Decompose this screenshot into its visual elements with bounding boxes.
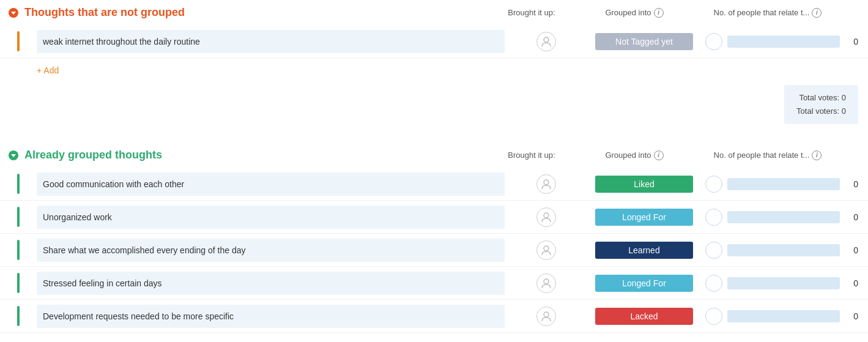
ungrouped-section: Thoughts that are not grouped Brought it… — [0, 0, 868, 130]
people-cell — [705, 176, 840, 193]
ungrouped-people-header: No. of people that relate t... i — [700, 8, 835, 18]
table-row: Development requests needed to be more s… — [0, 300, 868, 333]
row-left-bar — [17, 31, 20, 51]
svg-point-2 — [544, 37, 549, 42]
tag-badge[interactable]: Longed For — [595, 275, 693, 292]
count-cell: 0 — [840, 37, 858, 46]
avatar-icon — [536, 32, 556, 51]
table-row: Stressed feeling in certain days Longed … — [0, 267, 868, 300]
grouped-grouped-header: Grouped into i — [573, 151, 696, 160]
count-cell: 0 — [840, 278, 858, 288]
progress-bar — [727, 277, 840, 289]
grouped-brought-header: Brought it up: — [495, 151, 568, 160]
tag-badge[interactable]: Not Tagged yet — [595, 33, 693, 50]
left-bar-wrapper — [0, 29, 37, 54]
circle-button[interactable] — [705, 308, 722, 325]
count-cell: 0 — [840, 245, 858, 255]
people-cell — [705, 308, 840, 325]
grouped-cell: Longed For — [583, 209, 705, 226]
svg-point-9 — [544, 312, 549, 317]
table-row: Unorganized work Longed For 0 — [0, 201, 868, 234]
row-left-bar — [17, 306, 20, 326]
circle-button[interactable] — [705, 176, 722, 193]
progress-bar — [727, 310, 840, 322]
left-bar-wrapper — [0, 204, 37, 229]
avatar-icon — [536, 307, 556, 326]
progress-bar — [727, 178, 840, 190]
grouped-people-header: No. of people that relate t... i — [700, 151, 835, 160]
ungrouped-title: Thoughts that are not grouped — [24, 6, 185, 19]
brought-cell — [510, 240, 583, 260]
total-votes: Total votes: 0 — [796, 91, 846, 105]
grouped-cell: Not Tagged yet — [583, 33, 705, 50]
left-bar-wrapper — [0, 237, 37, 262]
brought-cell — [510, 32, 583, 51]
people-cell — [705, 275, 840, 292]
left-bar-wrapper — [0, 270, 37, 296]
row-left-bar — [17, 207, 20, 227]
thought-text: Share what we accomplished every ending … — [37, 239, 505, 262]
count-cell: 0 — [840, 212, 858, 222]
progress-bar — [727, 244, 840, 256]
table-row: weak internet throughout the daily routi… — [0, 25, 868, 58]
avatar-icon — [536, 174, 556, 194]
brought-cell — [510, 273, 583, 293]
grouped-grouped-info-icon[interactable]: i — [654, 151, 664, 160]
grouped-cell: Lacked — [583, 308, 705, 325]
count-cell: 0 — [840, 311, 858, 321]
table-row: Share what we accomplished every ending … — [0, 234, 868, 267]
grouped-section: Already grouped thoughts Brought it up: … — [0, 143, 868, 339]
circle-button[interactable] — [705, 209, 722, 226]
totals-box: Total votes: 0 Total voters: 0 — [784, 85, 858, 124]
brought-cell — [510, 174, 583, 194]
thought-text: Good communication with each other — [37, 173, 505, 196]
avatar-icon — [536, 240, 556, 260]
progress-bar — [727, 211, 840, 223]
people-cell — [705, 242, 840, 259]
add-row: + Add — [0, 58, 868, 83]
people-cell — [705, 209, 840, 226]
thought-text: weak internet throughout the daily routi… — [37, 30, 505, 53]
circle-button[interactable] — [705, 242, 722, 259]
totals-wrapper: Total votes: 0 Total voters: 0 — [0, 85, 868, 124]
thought-text: Development requests needed to be more s… — [37, 305, 505, 328]
left-bar-wrapper — [0, 171, 37, 196]
ungrouped-chevron-icon[interactable] — [7, 7, 20, 19]
progress-bar — [727, 35, 840, 48]
row-left-bar — [17, 273, 20, 293]
ungrouped-grouped-header: Grouped into i — [573, 8, 696, 18]
add-button[interactable]: + Add — [37, 63, 59, 78]
avatar-icon — [536, 273, 556, 293]
tag-badge[interactable]: Learned — [595, 242, 693, 259]
grouped-title: Already grouped thoughts — [24, 149, 162, 162]
grouped-header: Already grouped thoughts Brought it up: … — [0, 143, 868, 168]
thought-text: Stressed feeling in certain days — [37, 272, 505, 295]
circle-button[interactable] — [705, 33, 722, 50]
ungrouped-brought-header: Brought it up: — [495, 8, 568, 17]
row-left-bar — [17, 240, 20, 260]
tag-badge[interactable]: Liked — [595, 176, 693, 193]
grouped-chevron-icon[interactable] — [7, 149, 20, 162]
brought-cell — [510, 307, 583, 326]
svg-point-7 — [544, 246, 549, 251]
tag-badge[interactable]: Lacked — [595, 308, 693, 325]
ungrouped-grouped-info-icon[interactable]: i — [654, 8, 664, 18]
people-cell — [705, 33, 840, 50]
thought-text: Unorganized work — [37, 206, 505, 229]
left-bar-wrapper — [0, 303, 37, 329]
grouped-people-info-icon[interactable]: i — [812, 151, 822, 160]
brought-cell — [510, 207, 583, 227]
svg-point-5 — [544, 180, 549, 185]
ungrouped-header: Thoughts that are not grouped Brought it… — [0, 0, 868, 25]
circle-button[interactable] — [705, 275, 722, 292]
tag-badge[interactable]: Longed For — [595, 209, 693, 226]
svg-point-6 — [544, 213, 549, 218]
ungrouped-people-info-icon[interactable]: i — [812, 8, 822, 18]
count-cell: 0 — [840, 179, 858, 189]
total-voters: Total voters: 0 — [796, 105, 846, 118]
grouped-cell: Longed For — [583, 275, 705, 292]
row-left-bar — [17, 174, 20, 194]
avatar-icon — [536, 207, 556, 227]
grouped-cell: Learned — [583, 242, 705, 259]
svg-point-8 — [544, 279, 549, 284]
